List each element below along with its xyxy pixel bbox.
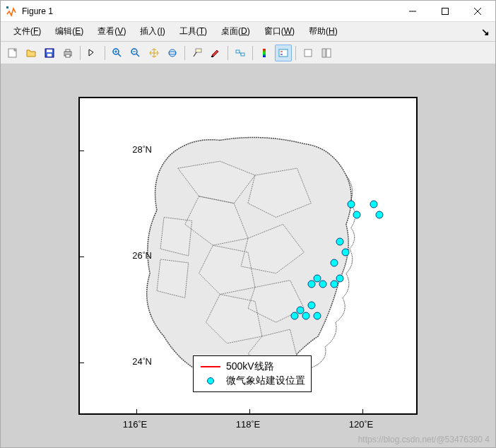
zoom-out-button[interactable]: [127, 45, 144, 61]
data-point: [291, 312, 299, 319]
svg-line-14: [118, 54, 121, 57]
data-point: [370, 201, 378, 208]
axes[interactable]: 500kV线路 微气象站建设位置: [78, 97, 418, 415]
tick-mark: [80, 362, 84, 363]
data-point: [331, 259, 338, 266]
menu-item-e[interactable]: 编辑(E): [48, 23, 90, 40]
menu-item-v[interactable]: 查看(V): [90, 23, 133, 40]
menu-item-d[interactable]: 桌面(D): [214, 23, 257, 40]
svg-rect-25: [236, 50, 240, 53]
window-title: Figure 1: [22, 6, 396, 16]
close-button[interactable]: [461, 1, 494, 22]
toolbar-separator: [295, 46, 296, 60]
data-point: [348, 201, 355, 208]
legend-label: 500kV线路: [226, 360, 274, 373]
svg-rect-3: [442, 8, 449, 14]
tick-mark: [362, 409, 363, 413]
zoom-in-button[interactable]: [109, 45, 126, 61]
tick-mark: [249, 409, 250, 413]
svg-rect-26: [241, 53, 244, 56]
pan-button[interactable]: [146, 45, 163, 61]
x-tick-label: 116°E: [123, 419, 147, 430]
svg-rect-8: [47, 49, 52, 52]
show-plot-tools-button[interactable]: [318, 45, 335, 61]
legend-swatch-line: [199, 366, 222, 367]
toolbar-separator: [184, 46, 185, 60]
link-plot-button[interactable]: [232, 45, 249, 61]
data-point: [308, 301, 316, 309]
svg-rect-12: [66, 54, 70, 57]
svg-rect-9: [47, 54, 52, 57]
data-point: [331, 280, 338, 288]
data-point: [336, 237, 344, 245]
data-point: [376, 211, 384, 219]
open-button[interactable]: [23, 45, 40, 61]
data-point: [314, 312, 321, 319]
legend-label: 微气象站建设位置: [226, 375, 305, 387]
toolbar: [1, 42, 495, 64]
minimize-button[interactable]: [396, 1, 429, 22]
menu-item-w[interactable]: 窗口(W): [257, 23, 302, 40]
y-tick-label: 24°N: [132, 356, 152, 367]
svg-rect-34: [326, 49, 331, 57]
svg-point-21: [169, 52, 176, 54]
data-point: [319, 280, 327, 288]
data-point: [308, 280, 316, 288]
y-tick-label: 28°N: [132, 144, 152, 155]
legend-item-line: 500kV线路: [199, 360, 305, 373]
edit-plot-button[interactable]: [84, 45, 101, 61]
toolbar-separator: [228, 46, 228, 60]
menu-item-i[interactable]: 插入(I): [133, 23, 172, 40]
new-figure-button[interactable]: [4, 45, 21, 61]
x-tick-label: 118°E: [236, 419, 260, 430]
svg-point-20: [169, 49, 176, 57]
svg-rect-32: [305, 49, 312, 57]
toolbar-separator: [252, 46, 253, 60]
matlab-icon: [5, 5, 18, 18]
x-tick-label: 120°E: [349, 419, 373, 430]
legend-item-marker: 微气象站建设位置: [199, 375, 305, 387]
brush-button[interactable]: [207, 45, 224, 61]
data-cursor-button[interactable]: [189, 45, 206, 61]
save-button[interactable]: [41, 45, 58, 61]
tick-mark: [80, 257, 84, 257]
hide-plot-tools-button[interactable]: [300, 45, 317, 61]
svg-line-18: [136, 54, 139, 57]
menu-item-h[interactable]: 帮助(H): [302, 23, 345, 40]
print-button[interactable]: [59, 45, 76, 61]
toolbar-separator: [80, 46, 81, 60]
svg-rect-29: [279, 49, 288, 57]
figure-window: Figure 1 文件(F)编辑(E)查看(V)插入(I)工具(T)桌面(D)窗…: [0, 0, 496, 448]
watermark: https://blog.csdn.net/@53476380 4: [358, 435, 490, 444]
svg-rect-24: [211, 56, 213, 57]
svg-rect-28: [263, 49, 266, 57]
menubar: 文件(F)编辑(E)查看(V)插入(I)工具(T)桌面(D)窗口(W)帮助(H)…: [1, 22, 495, 42]
y-tick-label: 26°N: [132, 250, 152, 261]
menu-overflow-arrow[interactable]: ↘: [481, 26, 490, 37]
svg-rect-22: [196, 49, 201, 52]
legend[interactable]: 500kV线路 微气象站建设位置: [193, 355, 312, 392]
data-point: [302, 312, 310, 319]
data-point: [342, 248, 350, 256]
legend-swatch-marker: [199, 377, 222, 384]
rotate-3d-button[interactable]: [164, 45, 181, 61]
svg-line-23: [194, 52, 196, 57]
insert-legend-button[interactable]: [275, 45, 292, 61]
menu-item-f[interactable]: 文件(F): [6, 23, 48, 40]
window-controls: [396, 1, 494, 22]
svg-rect-1: [6, 6, 8, 8]
plot-area[interactable]: 500kV线路 微气象站建设位置 28°N 26°N 24°N 116°E 11…: [1, 64, 495, 447]
svg-rect-33: [322, 49, 326, 57]
maximize-button[interactable]: [429, 1, 461, 22]
tick-mark: [136, 409, 137, 413]
titlebar: Figure 1: [1, 1, 495, 22]
data-point: [353, 211, 361, 219]
tick-mark: [80, 151, 84, 151]
insert-colorbar-button[interactable]: [256, 45, 273, 61]
svg-rect-11: [66, 49, 70, 52]
menu-item-t[interactable]: 工具(T): [172, 23, 214, 40]
toolbar-separator: [105, 46, 105, 60]
